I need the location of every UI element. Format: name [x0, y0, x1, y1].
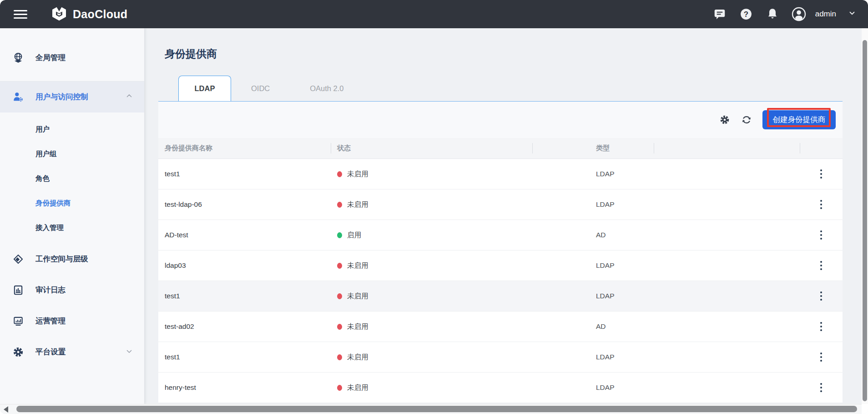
- table-row[interactable]: AD-test 启用 AD: [158, 220, 843, 250]
- row-status: 未启用: [331, 353, 532, 362]
- row-status: 未启用: [331, 383, 532, 393]
- sidebar: 全局管理 用户与访问控制: [0, 28, 144, 404]
- sidebar-item-access-management[interactable]: 接入管理: [0, 215, 144, 240]
- column-header-type: 类型: [532, 138, 654, 158]
- row-actions: [800, 319, 843, 334]
- row-actions: [800, 197, 843, 212]
- column-settings-gear-icon[interactable]: [719, 114, 731, 126]
- sidebar-item-roles[interactable]: 角色: [0, 166, 144, 191]
- row-name: test1: [158, 292, 331, 300]
- kebab-menu-icon[interactable]: [817, 380, 826, 395]
- kebab-menu-icon[interactable]: [817, 228, 826, 243]
- tab-oidc[interactable]: OIDC: [231, 76, 290, 101]
- table-row[interactable]: test1 未启用 LDAP: [158, 281, 843, 312]
- status-dot: [337, 232, 342, 238]
- brand-logo: DaoCloud: [51, 5, 127, 23]
- row-name: test-ldap-06: [158, 200, 331, 209]
- table-row[interactable]: ldap03 未启用 LDAP: [158, 250, 843, 281]
- row-status: 启用: [331, 230, 532, 240]
- topbar: DaoCloud ?: [0, 0, 868, 28]
- scrollbar-corner: [862, 404, 868, 414]
- gear-icon: [12, 346, 24, 358]
- sidebar-item-label: 平台设置: [35, 347, 125, 357]
- row-name: AD-test: [158, 231, 331, 239]
- kebab-menu-icon[interactable]: [817, 258, 826, 273]
- sidebar-item-label: 用户与访问控制: [35, 92, 125, 102]
- vertical-scrollbar[interactable]: [862, 28, 868, 404]
- kebab-menu-icon[interactable]: [817, 319, 826, 334]
- horizontal-scrollbar[interactable]: [0, 404, 862, 414]
- daocloud-logo-icon: [51, 5, 67, 23]
- chevron-up-icon: [125, 92, 133, 102]
- sidebar-item-label: 全局管理: [35, 53, 133, 63]
- status-dot: [337, 354, 342, 360]
- table-body: test1 未启用 LDAP test-ldap-06: [158, 159, 843, 403]
- row-type: LDAP: [532, 200, 654, 209]
- globe-icon: [12, 52, 24, 64]
- operations-icon: [12, 315, 24, 327]
- table-row[interactable]: test-ad02 未启用 AD: [158, 312, 843, 342]
- topbar-actions: ? admin: [712, 7, 856, 21]
- row-actions: [800, 228, 843, 243]
- row-actions: [800, 258, 843, 273]
- status-dot: [337, 324, 342, 330]
- sidebar-item-workspaces[interactable]: 工作空间与层级: [0, 244, 144, 275]
- create-identity-provider-button[interactable]: 创建身份提供商: [762, 110, 836, 129]
- kebab-menu-icon[interactable]: [817, 197, 826, 212]
- row-name: henry-test: [158, 383, 331, 392]
- row-actions: [800, 380, 843, 395]
- row-type: LDAP: [532, 261, 654, 270]
- table-row[interactable]: henry-test 未启用 LDAP: [158, 373, 843, 403]
- workspace-icon: [12, 253, 24, 265]
- status-label: 未启用: [347, 353, 368, 362]
- sidebar-item-users[interactable]: 用户: [0, 117, 144, 142]
- tab-ldap[interactable]: LDAP: [178, 76, 231, 101]
- sidebar-item-identity-providers[interactable]: 身份提供商: [0, 191, 144, 215]
- tab-oauth2[interactable]: OAuth 2.0: [290, 76, 363, 101]
- row-status: 未启用: [331, 291, 532, 301]
- status-label: 未启用: [347, 200, 368, 210]
- kebab-menu-icon[interactable]: [817, 167, 826, 182]
- table-header: 身份提供商名称 状态 类型: [158, 138, 843, 159]
- scroll-left-arrow-icon[interactable]: [4, 406, 8, 413]
- vertical-scrollbar-thumb[interactable]: [863, 40, 867, 401]
- status-label: 启用: [347, 230, 361, 240]
- kebab-menu-icon[interactable]: [817, 289, 826, 304]
- status-dot: [337, 202, 342, 208]
- row-actions: [800, 167, 843, 182]
- messages-icon[interactable]: [712, 7, 727, 21]
- status-label: 未启用: [347, 322, 368, 332]
- help-icon[interactable]: ?: [739, 7, 753, 21]
- refresh-icon[interactable]: [741, 114, 752, 126]
- table-row[interactable]: test-ldap-06 未启用 LDAP: [158, 189, 843, 220]
- table-row[interactable]: test1 未启用 LDAP: [158, 342, 843, 373]
- sidebar-item-user-access-control[interactable]: 用户与访问控制: [0, 82, 144, 112]
- notifications-bell-icon[interactable]: [765, 7, 780, 21]
- row-type: LDAP: [532, 292, 654, 300]
- table-toolbar: 创建身份提供商: [158, 102, 843, 138]
- horizontal-scrollbar-thumb[interactable]: [16, 406, 857, 412]
- kebab-menu-icon[interactable]: [817, 350, 826, 365]
- layout: 全局管理 用户与访问控制: [0, 28, 868, 404]
- chevron-down-icon: [125, 347, 133, 357]
- sidebar-item-operations[interactable]: 运营管理: [0, 306, 144, 337]
- status-label: 未启用: [347, 169, 368, 179]
- sidebar-subnav: 用户 用户组 角色 身份提供商 接入管理: [0, 112, 144, 240]
- app-window: DaoCloud ?: [0, 0, 868, 414]
- menu-toggle-button[interactable]: [14, 10, 27, 19]
- create-button-wrapper: 创建身份提供商: [762, 110, 836, 129]
- sidebar-item-global-management[interactable]: 全局管理: [0, 42, 144, 73]
- column-header-actions: [800, 138, 843, 158]
- sidebar-item-audit-logs[interactable]: 审计日志: [0, 275, 144, 306]
- row-status: 未启用: [331, 322, 532, 332]
- row-type: LDAP: [532, 353, 654, 361]
- user-menu-chevron-down-icon[interactable]: [848, 9, 856, 19]
- sidebar-item-user-groups[interactable]: 用户组: [0, 142, 144, 166]
- column-header-name: 身份提供商名称: [158, 138, 331, 158]
- column-header-spacer: [654, 138, 800, 158]
- user-avatar[interactable]: [792, 7, 806, 21]
- page-title: 身份提供商: [165, 47, 868, 60]
- sidebar-item-platform-settings[interactable]: 平台设置: [0, 337, 144, 368]
- status-label: 未启用: [347, 261, 368, 271]
- table-row[interactable]: test1 未启用 LDAP: [158, 159, 843, 189]
